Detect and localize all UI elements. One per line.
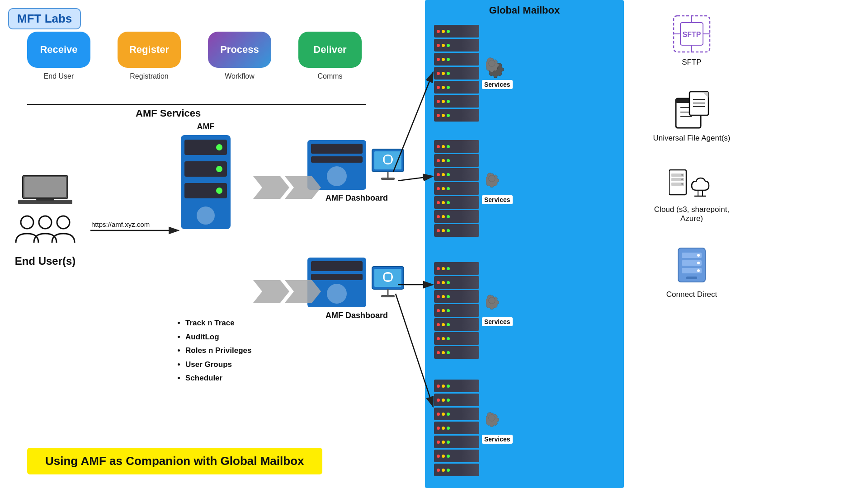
ufa-icon (671, 89, 712, 130)
svg-point-5 (21, 216, 33, 229)
ufa-label: Universal File Agent(s) (653, 134, 730, 143)
connect-direct-label: Connect Direct (666, 290, 717, 299)
gm-services-label-4: Services (482, 435, 513, 444)
server-dot-2 (216, 166, 222, 172)
amf-server-section: AMF (181, 122, 231, 229)
divider (27, 104, 366, 105)
gm-services-label-1: Services (482, 80, 513, 89)
top-flow: Receive End User Register Registration P… (27, 32, 362, 80)
svg-rect-4 (36, 199, 54, 201)
svg-text:https://amf.xyz.com: https://amf.xyz.com (91, 221, 150, 228)
laptop-icon (18, 172, 72, 210)
feature-1: Track n Trace (185, 316, 251, 330)
feature-2: AuditLog (185, 330, 251, 344)
gear-icon-4 (486, 412, 509, 435)
connect-direct-icon (674, 246, 710, 286)
dashboard-box-2 (307, 258, 366, 307)
end-user-section: End User(s) (14, 172, 77, 267)
pill-deliver-wrapper: Deliver Comms (298, 32, 362, 80)
server-dot-3 (216, 188, 222, 194)
pill-process-wrapper: Process Workflow (208, 32, 271, 80)
monitor-icon-1 (370, 147, 406, 183)
global-mailbox-label: Global Mailbox (425, 5, 624, 16)
dashboard-unit-1: AMF Dashboard (307, 140, 406, 203)
server-dot-1 (216, 144, 222, 150)
dashboard-unit-2: AMF Dashboard (307, 258, 406, 320)
svg-marker-61 (253, 280, 289, 303)
feature-4: User Groups (185, 358, 251, 372)
server-row-1 (184, 140, 227, 155)
svg-point-51 (697, 254, 700, 257)
svg-rect-19 (381, 295, 395, 297)
gear-icon-2 (486, 173, 509, 195)
pill-process: Process (208, 32, 271, 68)
gm-server-stack-3: Services (434, 262, 513, 359)
sftp-icon: SFTP (671, 14, 712, 54)
feature-3: Roles n Privileges (185, 344, 251, 358)
svg-point-41 (681, 174, 683, 176)
svg-point-6 (39, 216, 52, 229)
svg-text:SFTP: SFTP (683, 31, 701, 38)
gm-server-stack-2: Services (434, 140, 513, 237)
svg-point-7 (57, 216, 70, 229)
svg-point-42 (681, 178, 683, 180)
bottom-banner: Using AMF as Companion with Global Mailb… (27, 448, 322, 474)
svg-rect-2 (24, 177, 66, 197)
gm-server-stack-1: Services (434, 25, 513, 122)
sftp-icon-item: SFTP SFTP (651, 14, 732, 67)
pill-register: Register (118, 32, 181, 68)
dashboard-box-1 (307, 140, 366, 190)
amf-features-list: Track n Trace AuditLog Roles n Privilege… (176, 316, 251, 385)
svg-rect-15 (374, 269, 401, 287)
cloud-icon-item: Cloud (s3, sharepoint, Azure) (651, 165, 732, 223)
amf-server-label: AMF (181, 122, 231, 131)
server-row-2 (184, 161, 227, 177)
amf-server-tower (181, 135, 231, 229)
pill-deliver-label: Comms (317, 72, 342, 80)
svg-rect-13 (381, 178, 395, 180)
cloud-icon (669, 165, 714, 202)
sftp-label: SFTP (682, 58, 701, 67)
feature-5: Scheduler (185, 371, 251, 385)
ufa-icon-item: Universal File Agent(s) (651, 89, 732, 143)
dashboard-label-1: AMF Dashboard (326, 193, 388, 203)
server-row-3 (184, 183, 227, 198)
svg-point-52 (697, 262, 700, 264)
amf-services-title: AMF Services (136, 108, 201, 119)
svg-point-53 (697, 269, 700, 272)
dashboard-label-2: AMF Dashboard (326, 311, 388, 320)
pill-register-wrapper: Register Registration (118, 32, 181, 80)
server-circle-bottom (197, 206, 215, 225)
cloud-label: Cloud (s3, sharepoint, Azure) (651, 205, 732, 223)
mft-labs-badge: MFT Labs (8, 8, 81, 29)
pill-receive-label: End User (44, 72, 74, 80)
monitor-icon-2 (370, 264, 406, 300)
pill-register-label: Registration (130, 72, 168, 80)
right-icons-panel: SFTP SFTP Universal File Agent(s) (651, 14, 732, 299)
pill-deliver: Deliver (298, 32, 362, 68)
users-group-icon (14, 213, 77, 251)
svg-rect-54 (686, 277, 697, 279)
pill-receive-wrapper: Receive End User (27, 32, 90, 80)
gm-server-stack-4: Services (434, 380, 513, 476)
connect-direct-icon-item: Connect Direct (651, 246, 732, 299)
gear-icon-3 (486, 295, 509, 317)
pill-process-label: Workflow (225, 72, 255, 80)
gm-services-label-3: Services (482, 317, 513, 326)
pill-receive: Receive (27, 32, 90, 68)
end-user-label: End User(s) (15, 255, 76, 267)
svg-point-43 (681, 183, 683, 185)
gear-icon-1 (486, 57, 509, 80)
svg-rect-9 (374, 151, 401, 169)
svg-marker-59 (253, 176, 289, 199)
gm-services-label-2: Services (482, 195, 513, 204)
